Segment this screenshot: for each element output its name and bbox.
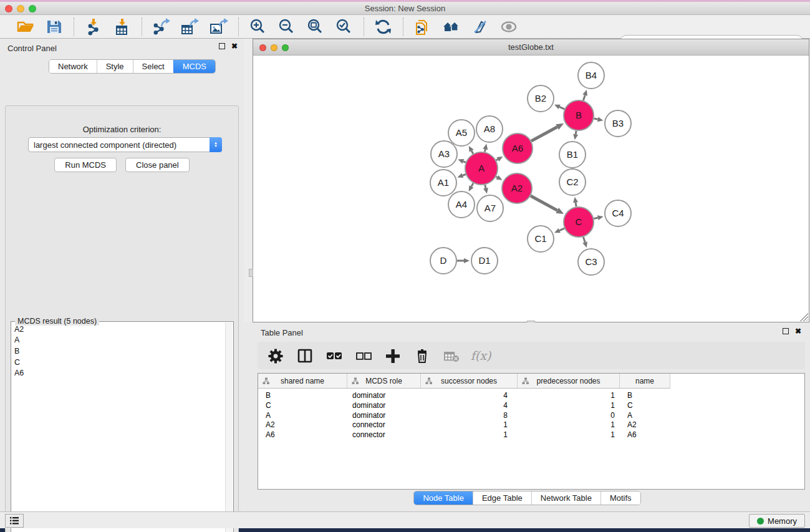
table-cell: A2 <box>258 420 347 430</box>
tab-network[interactable]: Network <box>49 60 97 73</box>
table-row[interactable]: A6connector11A6 <box>258 430 670 440</box>
zoom-in-icon[interactable] <box>248 17 269 36</box>
import-network-icon[interactable] <box>83 17 104 36</box>
column-header-shared-name[interactable]: shared name <box>258 374 347 389</box>
column-header-MCDS-role[interactable]: MCDS role <box>347 374 421 389</box>
table-float-panel-icon[interactable] <box>783 328 789 334</box>
table-row[interactable]: A2connector11A2 <box>258 420 670 430</box>
tab-mcds[interactable]: MCDS <box>173 60 215 73</box>
table-cell: 0 <box>518 410 620 420</box>
table-cell: dominator <box>347 390 421 400</box>
node-label-B2: B2 <box>535 93 546 104</box>
run-mcds-button[interactable]: Run MCDS <box>54 158 117 172</box>
hierarchy-icon <box>522 377 529 385</box>
graph-edge[interactable] <box>559 107 564 109</box>
close-window-button[interactable] <box>5 5 12 12</box>
panel-splitter-handle[interactable] <box>249 269 253 277</box>
table-cell: C <box>258 400 347 410</box>
deselect-all-icon[interactable] <box>354 346 373 365</box>
result-list-item[interactable]: B <box>11 346 233 357</box>
show-graphics-icon[interactable] <box>498 17 519 36</box>
tab-select[interactable]: Select <box>133 60 173 73</box>
network-canvas[interactable]: AA6A2BCA5A8A3A1A4A7B2B4B3B1C2C4C1C3DD1 <box>253 56 809 322</box>
import-table-icon[interactable] <box>112 17 133 36</box>
table-tab-edge-table[interactable]: Edge Table <box>473 491 531 505</box>
gear-icon[interactable] <box>266 346 285 365</box>
minimize-window-button[interactable] <box>17 5 24 12</box>
column-label: successor nodes <box>441 377 497 385</box>
hierarchy-icon <box>425 377 433 385</box>
node-label-A2: A2 <box>511 183 523 193</box>
table-row[interactable]: Adominator80A <box>258 410 670 420</box>
graph-edge[interactable] <box>463 162 466 163</box>
graph-edge[interactable] <box>583 237 585 243</box>
zoom-selected-icon[interactable] <box>334 17 355 36</box>
graph-edge[interactable] <box>471 183 473 186</box>
graph-edge[interactable] <box>496 177 498 177</box>
zoom-fit-icon[interactable] <box>305 17 326 36</box>
graph-edge[interactable] <box>576 203 576 207</box>
close-panel-button[interactable]: Close panel <box>125 158 190 172</box>
export-network-icon[interactable] <box>151 17 172 36</box>
close-panel-icon[interactable]: ✖ <box>231 43 238 49</box>
result-list-item[interactable]: A6 <box>11 368 233 379</box>
export-image-icon[interactable] <box>208 17 229 36</box>
graph-edge[interactable] <box>463 175 466 176</box>
graph-edge[interactable] <box>496 159 498 160</box>
result-list-item[interactable]: C <box>11 357 233 368</box>
network-maximize-button[interactable] <box>282 44 289 51</box>
zoom-out-icon[interactable] <box>276 17 297 36</box>
maximize-window-button[interactable] <box>29 5 36 12</box>
memory-button[interactable]: Memory <box>749 514 805 528</box>
node-label-D: D <box>440 255 447 266</box>
graph-edge[interactable] <box>594 218 597 218</box>
table-row[interactable]: Cdominator41C <box>258 400 670 410</box>
table-tab-node-table[interactable]: Node Table <box>414 491 473 505</box>
node-label-A3: A3 <box>438 148 450 159</box>
table-cell: A6 <box>620 430 670 440</box>
columns-icon[interactable] <box>296 346 314 365</box>
graph-edge[interactable] <box>559 228 564 231</box>
result-list-item[interactable]: A2 <box>11 324 233 335</box>
float-panel-icon[interactable] <box>219 43 225 49</box>
network-from-file-icon[interactable] <box>412 17 433 36</box>
refresh-icon[interactable] <box>373 17 394 36</box>
column-header-name[interactable]: name <box>620 374 670 389</box>
table-close-panel-icon[interactable]: ✖ <box>795 328 801 334</box>
open-session-icon[interactable] <box>15 17 36 36</box>
graph-edge[interactable] <box>531 127 557 142</box>
table-cell: C <box>620 400 670 410</box>
table-cell: 4 <box>421 400 518 410</box>
table-row[interactable]: Bdominator41B <box>258 390 670 400</box>
graph-edge[interactable] <box>583 95 585 100</box>
export-table-icon[interactable] <box>180 17 201 36</box>
add-column-icon[interactable] <box>383 346 402 365</box>
network-close-button[interactable] <box>259 44 266 51</box>
graph-edge[interactable] <box>594 118 597 119</box>
tab-style[interactable]: Style <box>97 60 133 73</box>
column-header-predecessor-nodes[interactable]: predecessor nodes <box>518 374 620 389</box>
save-session-icon[interactable] <box>44 17 65 36</box>
window-resize-grip[interactable] <box>800 313 808 321</box>
delete-column-icon[interactable] <box>413 346 432 365</box>
table-tab-motifs[interactable]: Motifs <box>600 491 640 505</box>
result-scrollbar[interactable] <box>225 322 233 532</box>
graph-edge[interactable] <box>531 196 557 210</box>
column-header-successor-nodes[interactable]: successor nodes <box>421 374 518 389</box>
table-tab-network-table[interactable]: Network Table <box>531 491 600 505</box>
hide-annotations-icon[interactable] <box>470 17 491 36</box>
show-panels-button[interactable] <box>5 514 24 528</box>
edge-arrowhead <box>582 241 587 248</box>
graph-edge[interactable] <box>576 131 576 135</box>
network-minimize-button[interactable] <box>271 44 277 51</box>
graph-edge[interactable] <box>485 185 486 188</box>
graph-edge[interactable] <box>471 151 473 154</box>
graph-edge[interactable] <box>485 149 485 152</box>
optimization-criterion-select[interactable]: largest connected component (directed) ▲… <box>28 137 222 152</box>
edge-arrowhead <box>573 197 578 203</box>
table-cell: 1 <box>421 430 518 440</box>
result-list-item[interactable]: A <box>11 335 233 346</box>
home-icon[interactable] <box>441 17 462 36</box>
node-label-A1: A1 <box>438 177 449 188</box>
select-all-icon[interactable] <box>325 346 344 365</box>
